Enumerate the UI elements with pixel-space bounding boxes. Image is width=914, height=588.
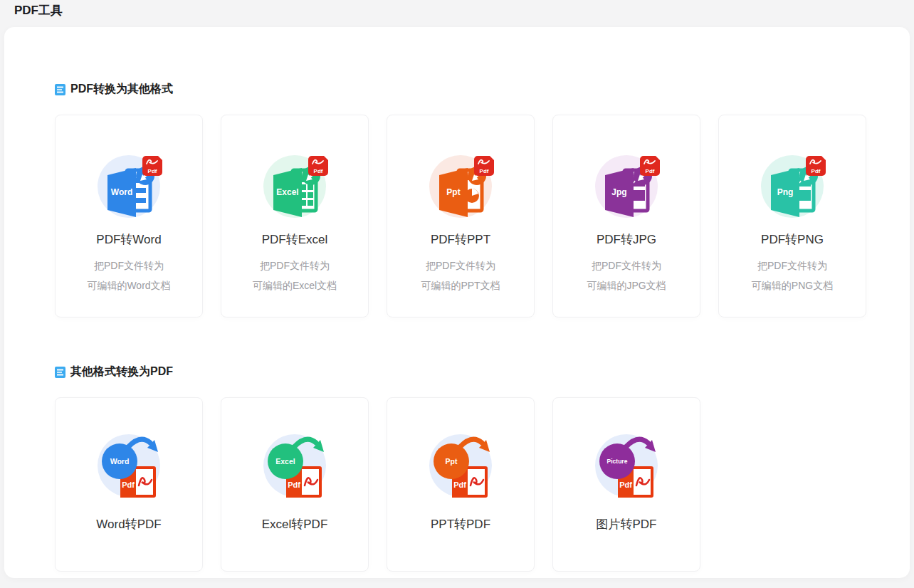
card-title: Word转PDF <box>96 516 161 532</box>
card-pdf-to-png[interactable]: Png Pdf PDF转PNG 把PDF文件转为 可编辑的PNG文档 <box>718 115 866 317</box>
card-title: PDF转Excel <box>262 231 328 248</box>
svg-text:Picture: Picture <box>607 458 628 465</box>
cards-row-other-to-pdf: Pdf Word Word转PDF Pdf Excel Excel转PDF <box>55 397 910 572</box>
card-title: PDF转JPG <box>597 231 656 248</box>
svg-text:Pdf: Pdf <box>453 481 466 489</box>
svg-text:Excel: Excel <box>275 457 295 466</box>
doc-lines-icon <box>55 367 65 378</box>
doc-lines-icon <box>55 84 65 95</box>
card-pdf-to-jpg[interactable]: Jpg Pdf PDF转JPG 把PDF文件转为 可编辑的JPG文档 <box>552 115 700 317</box>
page-title: PDF工具 <box>14 2 63 19</box>
card-title: Excel转PDF <box>262 516 328 532</box>
section-title: 其他格式转换为PDF <box>70 364 173 379</box>
ppt-to-pdf-icon: Pdf Ppt <box>426 430 495 498</box>
svg-text:Word: Word <box>111 187 132 197</box>
card-ppt-to-pdf[interactable]: Pdf Ppt PPT转PDF <box>387 397 535 572</box>
section-header-pdf-to-other: PDF转换为其他格式 <box>55 27 910 97</box>
svg-text:Excel: Excel <box>276 187 298 197</box>
svg-text:Pdf: Pdf <box>619 481 632 489</box>
card-word-to-pdf[interactable]: Pdf Word Word转PDF <box>55 397 203 572</box>
card-description: 把PDF文件转为 可编辑的PPT文档 <box>421 256 500 295</box>
section-header-other-to-pdf: 其他格式转换为PDF <box>55 364 910 379</box>
pdf-to-word-icon: Word Pdf <box>95 151 163 219</box>
section-title: PDF转换为其他格式 <box>70 82 173 97</box>
svg-text:Pdf: Pdf <box>811 168 821 174</box>
svg-text:Pdf: Pdf <box>480 168 489 174</box>
pdf-to-excel-icon: Excel Pdf <box>261 151 329 219</box>
card-description: 把PDF文件转为 可编辑的PNG文档 <box>752 256 833 295</box>
pdf-to-ppt-icon: Ppt Pdf <box>426 151 495 219</box>
svg-text:Jpg: Jpg <box>611 187 626 197</box>
svg-text:Word: Word <box>110 457 130 466</box>
svg-text:Pdf: Pdf <box>646 168 655 174</box>
card-pdf-to-excel[interactable]: Excel Pdf PDF转Excel 把PDF文件转为 可编辑的Excel文档 <box>221 115 369 317</box>
picture-to-pdf-icon: Pdf Picture <box>592 430 661 498</box>
main-panel: PDF转换为其他格式 Word Pdf <box>4 27 910 578</box>
svg-text:Png: Png <box>777 187 794 197</box>
card-title: PDF转PNG <box>761 231 824 248</box>
card-pdf-to-ppt[interactable]: Ppt Pdf PDF转PPT 把PDF文件转为 可编辑的PPT文档 <box>387 115 535 317</box>
card-excel-to-pdf[interactable]: Pdf Excel Excel转PDF <box>221 397 369 572</box>
pdf-to-jpg-icon: Jpg Pdf <box>592 151 661 219</box>
card-pdf-to-word[interactable]: Word Pdf PDF转Word 把PDF文件转为 可编辑的Word文档 <box>55 115 203 317</box>
card-description: 把PDF文件转为 可编辑的JPG文档 <box>587 256 666 295</box>
excel-to-pdf-icon: Pdf Excel <box>261 430 329 498</box>
svg-text:Pdf: Pdf <box>148 168 157 174</box>
word-to-pdf-icon: Pdf Word <box>95 430 163 498</box>
svg-text:Pdf: Pdf <box>314 168 323 174</box>
card-description: 把PDF文件转为 可编辑的Word文档 <box>87 256 170 295</box>
card-description: 把PDF文件转为 可编辑的Excel文档 <box>253 256 337 295</box>
card-title: PPT转PDF <box>431 516 490 532</box>
card-picture-to-pdf[interactable]: Pdf Picture 图片转PDF <box>552 397 700 572</box>
svg-text:Pdf: Pdf <box>288 481 300 489</box>
cards-row-pdf-to-other: Word Pdf PDF转Word 把PDF文件转为 可编辑的Word文档 <box>55 115 910 317</box>
pdf-to-png-icon: Png Pdf <box>758 151 826 219</box>
card-title: PDF转Word <box>96 231 161 248</box>
card-title: 图片转PDF <box>597 516 657 532</box>
svg-text:Ppt: Ppt <box>446 457 458 466</box>
card-title: PDF转PPT <box>431 231 490 248</box>
svg-text:Ppt: Ppt <box>446 187 460 197</box>
svg-text:Pdf: Pdf <box>122 481 135 489</box>
